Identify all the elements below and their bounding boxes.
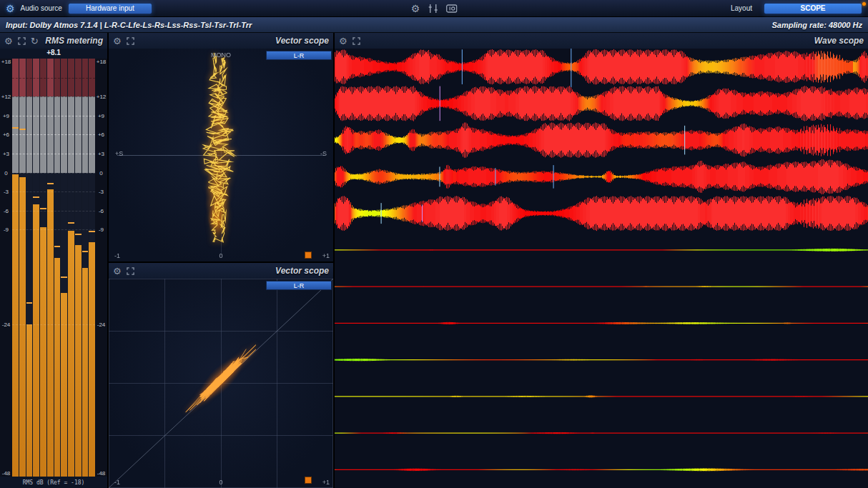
- channel-pair-button[interactable]: L-R: [266, 51, 332, 60]
- meter-gridline: [12, 116, 95, 116]
- sampling-rate-label: Sampling rate: 48000 Hz: [771, 21, 862, 29]
- meter-gridline: [12, 134, 95, 135]
- scale-tick-label: +18: [0, 59, 12, 65]
- gear-icon[interactable]: ⚙: [113, 36, 122, 46]
- sliders-icon[interactable]: [428, 4, 438, 14]
- rms-meter-bar: [19, 59, 26, 477]
- rms-meter-bars: [12, 59, 95, 477]
- scale-tick-label: -3: [0, 189, 12, 195]
- toolbar-left-group: ⚙ Audio source Hardware input: [6, 3, 152, 14]
- rms-meter-area: +18+12+9+6+30-3-6-9-24-48 +18+12+9+6+30-…: [0, 59, 107, 477]
- wave-panel-title: Wave scope: [814, 36, 864, 46]
- wave-scope-panel: ⚙ Wave scope: [335, 33, 868, 488]
- rms-meter-bar: [54, 59, 61, 477]
- rms-meter-bar: [40, 59, 46, 477]
- rms-readout: +8.1: [0, 49, 107, 59]
- rms-meter-bar: [47, 59, 54, 477]
- meter-gridline: [12, 154, 95, 154]
- meter-gridline: [12, 96, 95, 97]
- toolbar-center-group: ⚙: [411, 4, 458, 14]
- info-bar: Input: Dolby Atmos 7.1.4 | L-R-C-Lfe-Ls-…: [0, 17, 868, 33]
- rms-meter-bar: [61, 59, 67, 477]
- layout-button[interactable]: Layout: [731, 4, 752, 12]
- scale-tick-label: -48: [95, 470, 107, 477]
- rms-meter-bar: [26, 59, 33, 477]
- rms-meter-bar: [82, 59, 89, 477]
- gear-icon[interactable]: ⚙: [4, 36, 13, 46]
- rms-panel-header: ⚙ ↻ RMS metering: [0, 33, 107, 49]
- main-area: ⚙ ↻ RMS metering +8.1 +18+12+9+6+30-3-6-…: [0, 33, 868, 488]
- meter-gridline: [12, 191, 95, 192]
- fullscreen-icon[interactable]: [127, 37, 134, 45]
- rms-footer-label: RMS dB (Ref = -18): [0, 477, 107, 488]
- scale-tick-label: -24: [0, 322, 12, 328]
- io-routing-icon[interactable]: [445, 4, 457, 13]
- axis-max-label: +1: [322, 252, 330, 259]
- vector-bottom-display-area: L-R -1 0 +1: [109, 279, 333, 488]
- vector-bottom-title: Vector scope: [275, 266, 329, 276]
- wave-display-area: [335, 49, 868, 488]
- plus-s-axis-label: +S: [115, 150, 123, 157]
- wave-panel-header: ⚙ Wave scope: [335, 33, 868, 49]
- scale-tick-label: +12: [0, 94, 12, 100]
- scale-tick-label: +9: [0, 113, 12, 119]
- scale-tick-label: -6: [95, 208, 107, 214]
- settings-gear-icon[interactable]: ⚙: [6, 4, 15, 14]
- scale-tick-label: -48: [0, 470, 12, 477]
- status-dot: [862, 2, 866, 6]
- meter-gridline: [12, 229, 95, 230]
- rms-metering-panel: ⚙ ↻ RMS metering +8.1 +18+12+9+6+30-3-6-…: [0, 33, 107, 488]
- scale-tick-label: -3: [95, 189, 107, 195]
- scale-tick-label: -24: [95, 322, 107, 328]
- audio-source-label: Audio source: [21, 4, 62, 12]
- vector-top-title: Vector scope: [275, 36, 329, 46]
- rms-panel-title: RMS metering: [45, 36, 103, 46]
- rms-meter-bar: [68, 59, 74, 477]
- rms-meter-bar: [89, 59, 95, 477]
- meter-gridline: [12, 211, 95, 211]
- scale-tick-label: +12: [95, 94, 107, 100]
- scale-tick-label: -9: [95, 226, 107, 233]
- vector-top-display-area: L-R MONO +S -S -1 0 +1: [109, 49, 333, 262]
- meter-gridline: [12, 324, 95, 325]
- rms-scale-right: +18+12+9+6+30-3-6-9-24-48: [95, 59, 107, 477]
- scale-tick-label: +18: [95, 59, 107, 65]
- axis-mid-label: 0: [219, 252, 222, 259]
- scale-tick-label: +6: [0, 131, 12, 138]
- vector-scope-bottom-panel: ⚙ Vector scope L-R -1 0 +1: [109, 263, 333, 488]
- reset-icon[interactable]: ↻: [31, 36, 39, 46]
- vector-scope-column: ⚙ Vector scope L-R MONO +S -S -1 0 +1: [109, 33, 333, 488]
- meter-gridline: [12, 173, 95, 174]
- scope-mode-swatch[interactable]: [305, 477, 312, 484]
- axis-mid-label: 0: [219, 479, 222, 486]
- gear-icon[interactable]: ⚙: [339, 36, 347, 46]
- scale-tick-label: +3: [0, 151, 12, 157]
- meter-gridline: [12, 78, 95, 79]
- scope-mode-swatch[interactable]: [305, 252, 312, 259]
- gear-icon[interactable]: ⚙: [113, 267, 122, 276]
- wave-scope-display: [335, 49, 868, 488]
- rms-meter-bar: [33, 59, 39, 477]
- top-toolbar: ⚙ Audio source Hardware input ⚙ Layout S…: [0, 0, 868, 17]
- axis-max-label: +1: [322, 479, 330, 486]
- gear-icon[interactable]: ⚙: [411, 4, 420, 14]
- fullscreen-icon[interactable]: [18, 37, 26, 45]
- rms-scale-left: +18+12+9+6+30-3-6-9-24-48: [0, 59, 12, 477]
- vector-top-header: ⚙ Vector scope: [109, 33, 333, 49]
- channel-pair-button[interactable]: L-R: [266, 281, 332, 290]
- rms-meter-bar: [12, 59, 19, 477]
- scope-button[interactable]: SCOPE: [764, 3, 862, 14]
- scale-tick-label: -9: [0, 226, 12, 233]
- axis-min-label: -1: [114, 479, 120, 486]
- mono-axis-label: MONO: [211, 51, 231, 59]
- fullscreen-icon[interactable]: [352, 37, 360, 45]
- scale-tick-label: +3: [95, 151, 107, 157]
- fullscreen-icon[interactable]: [127, 267, 134, 275]
- axis-min-label: -1: [114, 252, 120, 259]
- vector-scope-display: [109, 279, 333, 488]
- minus-s-axis-label: -S: [320, 150, 327, 157]
- rms-meter-bar: [75, 59, 82, 477]
- analyzer-app: ⚙ Audio source Hardware input ⚙ Layout S…: [0, 0, 868, 488]
- scale-tick-label: -6: [0, 208, 12, 214]
- hardware-input-button[interactable]: Hardware input: [68, 3, 152, 14]
